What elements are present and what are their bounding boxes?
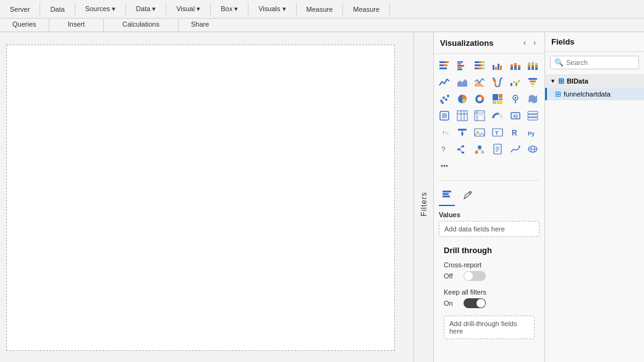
svg-rect-23 — [511, 67, 513, 70]
svg-rect-31 — [528, 67, 530, 70]
cross-report-label: Cross-report — [444, 261, 535, 269]
stacked-bar-chart-icon[interactable] — [436, 58, 452, 74]
fields-build-tab[interactable] — [439, 187, 455, 206]
visuals-menu[interactable]: Visuals ▾ — [248, 2, 296, 15]
fields-search-box[interactable]: 🔍 — [550, 56, 639, 69]
svg-rect-6 — [457, 63, 461, 65]
viz-prev-button[interactable]: ‹ — [521, 37, 528, 48]
filters-panel[interactable]: Filters — [414, 32, 434, 362]
ribbon-chart-icon[interactable] — [489, 74, 506, 90]
filters-label[interactable]: Filters — [420, 192, 428, 217]
gauge-icon[interactable] — [489, 108, 506, 124]
donut-chart-icon[interactable] — [472, 91, 488, 107]
filled-map-icon[interactable] — [525, 91, 541, 107]
funnel-chart-icon[interactable] — [525, 74, 541, 90]
funnelchartdata-item[interactable]: ⊞ funnelchartdata — [545, 88, 644, 100]
area-chart-icon[interactable] — [454, 74, 470, 90]
bidata-group-header[interactable]: ▼ ⊞ BIData — [545, 74, 644, 88]
svg-rect-21 — [498, 64, 499, 70]
stacked-column-chart-icon[interactable] — [507, 58, 523, 74]
fields-title: Fields — [545, 32, 644, 52]
values-drop-zone[interactable]: Add data fields here — [439, 221, 540, 237]
visualizations-panel: Visualizations ‹ › — [434, 32, 545, 362]
treemap-icon[interactable] — [489, 91, 506, 107]
svg-text:?: ? — [441, 145, 446, 154]
svg-rect-19 — [493, 65, 494, 70]
paginated-icon[interactable] — [489, 141, 506, 157]
shape-map-icon[interactable] — [436, 108, 452, 124]
matrix-icon[interactable] — [472, 108, 488, 124]
drill-through-drop-zone[interactable]: Add drill-through fields here — [444, 316, 535, 339]
svg-rect-111 — [443, 193, 449, 195]
image-icon[interactable] — [472, 124, 488, 140]
funnelchartdata-label: funnelchartdata — [564, 90, 611, 98]
visual-menu[interactable]: Visual ▾ — [166, 2, 211, 15]
svg-rect-112 — [443, 196, 450, 197]
svg-rect-15 — [482, 64, 485, 66]
clustered-column-chart-icon[interactable] — [489, 58, 506, 74]
kpi-icon[interactable]: ↑% — [436, 124, 452, 140]
r-visual-icon[interactable]: R — [507, 124, 523, 140]
svg-rect-42 — [515, 82, 517, 86]
svg-point-95 — [478, 145, 481, 149]
keep-filters-toggle-row: On — [444, 298, 535, 308]
svg-rect-110 — [443, 191, 451, 192]
scatter-chart-icon[interactable] — [436, 91, 452, 107]
qa-visual-icon[interactable]: ? — [436, 141, 452, 157]
clustered-bar-chart-icon[interactable] — [454, 58, 470, 74]
decomp-tree-icon[interactable] — [454, 141, 470, 157]
server-menu[interactable]: Server — [0, 2, 40, 15]
funnelchartdata-table-icon: ⊞ — [555, 90, 561, 98]
build-tabs — [439, 187, 540, 206]
text-box-icon[interactable]: T — [489, 124, 506, 140]
add-data-placeholder: Add data fields here — [444, 225, 505, 233]
table-visual-icon[interactable] — [454, 108, 470, 124]
viz-next-button[interactable]: › — [531, 37, 538, 48]
svg-rect-22 — [500, 66, 502, 70]
slicer-icon[interactable] — [454, 124, 470, 140]
share-group: Share — [179, 19, 221, 32]
svg-point-62 — [514, 97, 516, 99]
box-menu[interactable]: Box ▾ — [211, 2, 248, 15]
cross-report-toggle[interactable] — [464, 271, 486, 281]
svg-rect-47 — [532, 85, 533, 87]
more-visuals-icon[interactable] — [436, 158, 452, 174]
card-icon[interactable]: 42 — [507, 108, 523, 124]
multi-row-card-icon[interactable] — [525, 108, 541, 124]
100pct-bar-chart-icon[interactable] — [472, 58, 488, 74]
canvas-dotted-border[interactable] — [6, 45, 395, 351]
svg-rect-32 — [532, 62, 534, 65]
waterfall-chart-icon[interactable] — [507, 74, 523, 90]
format-build-tab[interactable] — [460, 187, 476, 206]
svg-text:42: 42 — [513, 114, 518, 118]
svg-rect-72 — [477, 113, 485, 116]
svg-rect-7 — [457, 65, 464, 67]
svg-rect-3 — [444, 64, 447, 66]
svg-rect-56 — [493, 94, 498, 100]
line-chart-icon[interactable] — [436, 74, 452, 90]
svg-rect-1 — [446, 61, 449, 63]
svg-rect-18 — [481, 67, 485, 69]
map-icon[interactable] — [507, 91, 523, 107]
svg-rect-40 — [511, 83, 512, 86]
svg-point-97 — [481, 151, 485, 154]
svg-rect-13 — [475, 64, 480, 66]
values-label: Values — [439, 211, 540, 218]
measure-menu1[interactable]: Measure — [297, 2, 344, 15]
svg-point-50 — [445, 98, 447, 101]
narrative-icon[interactable] — [507, 141, 523, 157]
key-influencers-icon[interactable] — [472, 141, 488, 157]
sources-menu[interactable]: Sources ▾ — [75, 2, 126, 15]
100pct-column-chart-icon[interactable] — [525, 58, 541, 74]
data-menu[interactable]: Data — [40, 2, 75, 15]
search-input[interactable] — [566, 59, 644, 66]
line-area-chart-icon[interactable] — [472, 74, 488, 90]
pie-chart-icon[interactable] — [454, 91, 470, 107]
data-menu2[interactable]: Data ▾ — [126, 2, 166, 15]
python-visual-icon[interactable]: Py — [525, 124, 541, 140]
add-drill-placeholder: Add drill-through fields here — [449, 320, 517, 335]
keep-filters-toggle[interactable] — [464, 298, 486, 308]
svg-rect-4 — [439, 67, 447, 69]
azure-map-icon[interactable] — [525, 141, 541, 157]
measure-menu2[interactable]: Measure — [343, 2, 390, 15]
